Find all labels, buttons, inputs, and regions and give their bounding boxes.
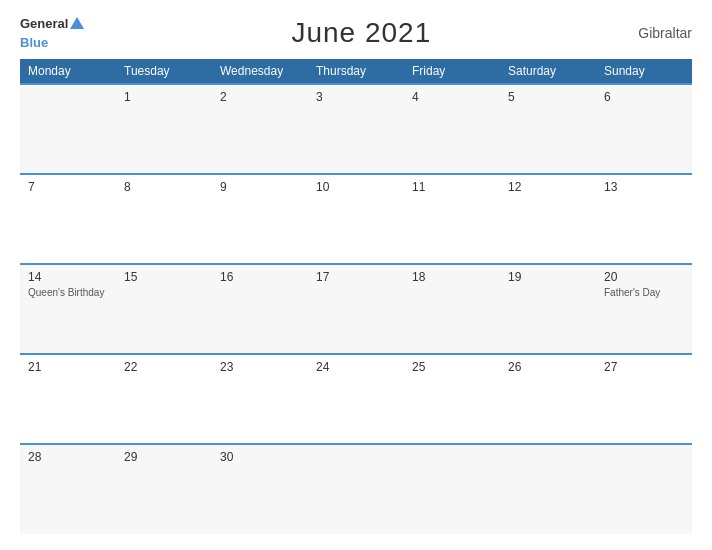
calendar-table: Monday Tuesday Wednesday Thursday Friday… <box>20 59 692 534</box>
header: General Blue June 2021 Gibraltar <box>20 16 692 51</box>
day-number: 11 <box>412 180 492 194</box>
calendar-cell: 22 <box>116 354 212 444</box>
calendar-cell: 15 <box>116 264 212 354</box>
calendar-cell: 26 <box>500 354 596 444</box>
day-number: 12 <box>508 180 588 194</box>
logo-general-text: General <box>20 16 68 32</box>
calendar-cell: 3 <box>308 84 404 174</box>
day-number: 2 <box>220 90 300 104</box>
day-number: 16 <box>220 270 300 284</box>
calendar-cell <box>500 444 596 534</box>
calendar-cell: 27 <box>596 354 692 444</box>
calendar-week-row: 14Queen's Birthday151617181920Father's D… <box>20 264 692 354</box>
day-number: 10 <box>316 180 396 194</box>
calendar-cell: 23 <box>212 354 308 444</box>
calendar-week-row: 282930 <box>20 444 692 534</box>
day-number: 23 <box>220 360 300 374</box>
day-number: 19 <box>508 270 588 284</box>
day-number: 24 <box>316 360 396 374</box>
calendar-cell <box>404 444 500 534</box>
logo-blue-text: Blue <box>20 35 48 50</box>
calendar-cell: 6 <box>596 84 692 174</box>
calendar-cell: 8 <box>116 174 212 264</box>
calendar-cell: 28 <box>20 444 116 534</box>
day-number: 22 <box>124 360 204 374</box>
month-title: June 2021 <box>291 17 431 49</box>
day-number: 28 <box>28 450 108 464</box>
day-number: 29 <box>124 450 204 464</box>
calendar-cell: 2 <box>212 84 308 174</box>
day-number: 7 <box>28 180 108 194</box>
day-number: 9 <box>220 180 300 194</box>
calendar-cell: 21 <box>20 354 116 444</box>
calendar-cell: 19 <box>500 264 596 354</box>
event-label: Queen's Birthday <box>28 286 108 299</box>
calendar-week-row: 123456 <box>20 84 692 174</box>
calendar-cell: 17 <box>308 264 404 354</box>
calendar-cell: 29 <box>116 444 212 534</box>
calendar-cell: 24 <box>308 354 404 444</box>
day-number: 13 <box>604 180 684 194</box>
calendar-cell <box>20 84 116 174</box>
col-sunday: Sunday <box>596 59 692 84</box>
location-label: Gibraltar <box>638 25 692 41</box>
day-number: 3 <box>316 90 396 104</box>
day-number: 14 <box>28 270 108 284</box>
calendar-cell: 30 <box>212 444 308 534</box>
day-number: 6 <box>604 90 684 104</box>
day-number: 4 <box>412 90 492 104</box>
day-number: 18 <box>412 270 492 284</box>
day-number: 21 <box>28 360 108 374</box>
calendar-cell: 13 <box>596 174 692 264</box>
calendar-cell <box>596 444 692 534</box>
day-number: 25 <box>412 360 492 374</box>
calendar-cell: 16 <box>212 264 308 354</box>
col-saturday: Saturday <box>500 59 596 84</box>
day-number: 8 <box>124 180 204 194</box>
day-number: 26 <box>508 360 588 374</box>
calendar-cell: 20Father's Day <box>596 264 692 354</box>
day-number: 20 <box>604 270 684 284</box>
col-monday: Monday <box>20 59 116 84</box>
calendar-cell: 1 <box>116 84 212 174</box>
logo-triangle-icon <box>70 17 84 29</box>
calendar-cell: 7 <box>20 174 116 264</box>
col-thursday: Thursday <box>308 59 404 84</box>
day-number: 27 <box>604 360 684 374</box>
event-label: Father's Day <box>604 286 684 299</box>
col-wednesday: Wednesday <box>212 59 308 84</box>
calendar-cell: 12 <box>500 174 596 264</box>
calendar-cell: 5 <box>500 84 596 174</box>
calendar-week-row: 21222324252627 <box>20 354 692 444</box>
calendar-cell: 14Queen's Birthday <box>20 264 116 354</box>
calendar-cell <box>308 444 404 534</box>
calendar-cell: 9 <box>212 174 308 264</box>
day-number: 30 <box>220 450 300 464</box>
day-number: 1 <box>124 90 204 104</box>
calendar-cell: 25 <box>404 354 500 444</box>
calendar-cell: 10 <box>308 174 404 264</box>
col-tuesday: Tuesday <box>116 59 212 84</box>
calendar-cell: 4 <box>404 84 500 174</box>
calendar-week-row: 78910111213 <box>20 174 692 264</box>
logo: General Blue <box>20 16 84 51</box>
day-number: 17 <box>316 270 396 284</box>
col-friday: Friday <box>404 59 500 84</box>
calendar-cell: 18 <box>404 264 500 354</box>
calendar-header-row: Monday Tuesday Wednesday Thursday Friday… <box>20 59 692 84</box>
day-number: 5 <box>508 90 588 104</box>
calendar-cell: 11 <box>404 174 500 264</box>
day-number: 15 <box>124 270 204 284</box>
